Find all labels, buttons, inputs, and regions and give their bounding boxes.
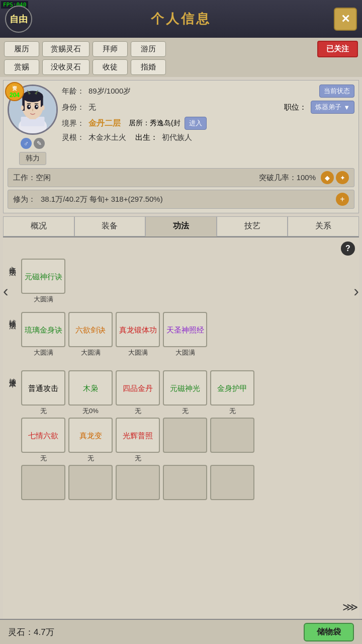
recruit-button[interactable]: 收徒	[93, 59, 128, 75]
scroll-down-indicator: ⋙	[342, 601, 358, 614]
skill-box[interactable]: 普通攻击	[21, 370, 65, 406]
skill-box[interactable]	[163, 465, 207, 500]
skill-item: 真龙锻体功 大圆满	[116, 312, 160, 357]
tab-relations[interactable]: 关系	[288, 216, 359, 236]
skill-box[interactable]	[21, 465, 65, 500]
work-label: 工作：空闲	[13, 173, 51, 183]
gender-icon: ♂	[21, 138, 32, 149]
skill-status: 无	[229, 407, 236, 416]
secondary-skills-section: 辅修功法 琉璃金身诀 大圆满 六欲剑诀 大圆满 真龙锻体功 大圆满 天圣神照经 …	[7, 312, 355, 357]
tab-abilities[interactable]: 技艺	[217, 216, 288, 236]
skill-item: 普通攻击 无	[21, 370, 65, 416]
skill-box[interactable]: 元磁神光	[163, 370, 207, 406]
breakthrough-label: 突破几率：100%	[259, 173, 316, 183]
bottom-bar: 灵石：4.7万 储物袋	[0, 619, 362, 644]
breakthrough-left-button[interactable]: ◆	[321, 171, 334, 184]
skill-box[interactable]	[210, 418, 254, 453]
skill-item: 四品金丹 无	[116, 370, 160, 416]
skill-item: 六欲剑诀 大圆满	[68, 312, 113, 357]
skill-item	[68, 465, 113, 501]
skill-box[interactable]: 元磁神行诀	[21, 259, 65, 294]
secondary-skills-label: 辅修功法	[7, 312, 17, 318]
skill-item	[163, 465, 207, 501]
close-button[interactable]: ✕	[334, 8, 357, 31]
marriage-button[interactable]: 指婚	[131, 59, 166, 75]
right-arrow[interactable]: ›	[353, 282, 359, 300]
skill-item: 七情六欲 无	[21, 418, 65, 463]
enter-button[interactable]: 进入	[185, 117, 207, 130]
birth-value: 初代族人	[162, 133, 192, 142]
resource-badge: 资 204	[5, 82, 24, 101]
skill-item	[116, 465, 160, 501]
skill-item: 琉璃金身诀 大圆满	[21, 312, 65, 357]
skill-box[interactable]: 琉璃金身诀	[21, 312, 65, 347]
skill-item	[210, 465, 254, 501]
tab-overview[interactable]: 概况	[3, 216, 74, 236]
skill-box[interactable]: 木枭	[68, 370, 113, 406]
root-birth-row: 灵根： 木金水土火 出生： 初代族人	[62, 133, 354, 142]
skill-box[interactable]: 七情六欲	[21, 418, 65, 453]
svg-point-12	[29, 106, 30, 108]
main-skills-list: 元磁神行诀 大圆满	[21, 259, 355, 304]
realm-label: 境界：	[62, 119, 84, 128]
status-button[interactable]: 当前状态	[319, 85, 354, 98]
age-row: 年龄： 89岁/1000岁 当前状态	[62, 85, 354, 98]
skill-status: 无	[87, 454, 94, 463]
tab-equipment[interactable]: 装备	[74, 216, 146, 236]
info-grid: 年龄： 89岁/1000岁 当前状态 身份： 无 职位： 炼器弟子 ▼ 境界： …	[62, 85, 354, 165]
skill-status: 无	[40, 454, 47, 463]
main-skills-label: 主修功法	[7, 259, 17, 265]
skill-box[interactable]: 真龙变	[68, 418, 113, 453]
svg-point-14	[21, 106, 24, 110]
skill-status: 大圆满	[34, 348, 53, 357]
residence-label: 居所：秀逸岛(封	[129, 119, 180, 128]
travel-button[interactable]: 游历	[131, 41, 166, 57]
content-area: ? ‹ › 主修功法 元磁神行诀 大圆满 辅修功法 琉璃金身诀 大圆满 六欲剑诀…	[3, 237, 359, 644]
skill-status: 无0%	[82, 407, 99, 416]
skill-status: 无	[182, 407, 189, 416]
age-label: 年龄：	[62, 87, 84, 96]
skill-status: 大圆满	[175, 348, 195, 357]
identity-row: 身份： 无 职位： 炼器弟子 ▼	[62, 101, 354, 114]
skill-item: 天圣神照经 大圆满	[163, 312, 207, 357]
left-arrow[interactable]: ‹	[3, 282, 9, 300]
skill-item: 木枭 无0%	[68, 370, 113, 416]
apprentice-button[interactable]: 拜师	[93, 41, 128, 57]
cultivation-label: 修为：	[13, 195, 36, 204]
storage-button[interactable]: 储物袋	[304, 623, 354, 641]
skill-box[interactable]: 真龙锻体功	[116, 312, 160, 347]
edit-icon[interactable]: ✎	[34, 138, 45, 149]
skill-box[interactable]: 六欲剑诀	[68, 312, 113, 347]
divine-skills-list-3	[21, 465, 355, 501]
reward-button[interactable]: 赏赐	[4, 59, 39, 75]
skill-box[interactable]	[116, 465, 160, 500]
skill-box[interactable]	[163, 418, 207, 453]
help-button[interactable]: ?	[341, 242, 355, 256]
skill-box[interactable]: 天圣神照经	[163, 312, 207, 347]
job-select[interactable]: 炼器弟子 ▼	[311, 101, 354, 114]
reward-spirit-button[interactable]: 赏赐灵石	[42, 41, 89, 57]
skill-status: 大圆满	[81, 348, 101, 357]
breakthrough-right-button[interactable]: ✦	[336, 171, 349, 184]
action-row-1: 履历 赏赐灵石 拜师 游历 已关注	[4, 41, 358, 57]
divine-skills-list: 普通攻击 无 木枭 无0% 四品金丹 无 元磁神光 无 金身护甲 无	[21, 370, 355, 416]
skill-item: 光辉普照 无	[116, 418, 160, 463]
follow-button[interactable]: 已关注	[317, 41, 358, 57]
skill-box[interactable]	[68, 465, 113, 500]
skill-box[interactable]: 四品金丹	[116, 370, 160, 406]
skill-item: 真龙变 无	[68, 418, 113, 463]
skill-box[interactable]	[210, 465, 254, 500]
secondary-skills-list: 琉璃金身诀 大圆满 六欲剑诀 大圆满 真龙锻体功 大圆满 天圣神照经 大圆满	[21, 312, 355, 357]
skill-status: 大圆满	[34, 295, 53, 304]
history-button[interactable]: 履历	[4, 41, 39, 57]
cultivation-plus-button[interactable]: +	[336, 193, 349, 206]
free-button[interactable]: 自由	[5, 6, 32, 33]
confiscate-button[interactable]: 没收灵石	[42, 59, 89, 75]
avatar-area: 资 204	[8, 85, 58, 165]
realm-row: 境界： 金丹二层 居所：秀逸岛(封 进入	[62, 117, 354, 130]
main-skills-section: 主修功法 元磁神行诀 大圆满	[7, 259, 355, 304]
skill-box[interactable]: 光辉普照	[116, 418, 160, 453]
character-name: 韩力	[19, 152, 46, 165]
tab-skills[interactable]: 功法	[145, 216, 217, 236]
skill-box[interactable]: 金身护甲	[210, 370, 254, 406]
